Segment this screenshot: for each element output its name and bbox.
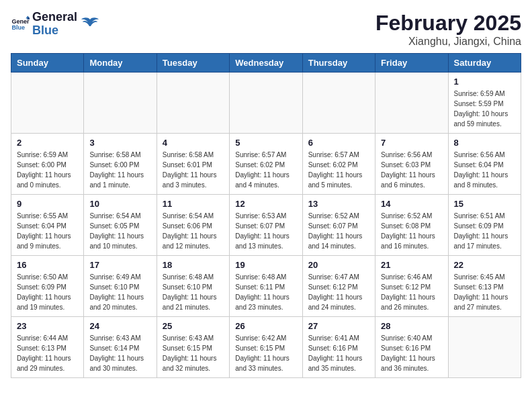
day-cell: 2Sunrise: 6:59 AM Sunset: 6:00 PM Daylig…: [11, 134, 84, 195]
day-cell: 12Sunrise: 6:53 AM Sunset: 6:07 PM Dayli…: [230, 195, 302, 256]
day-number: 25: [163, 321, 224, 331]
weekday-header-sunday: Sunday: [11, 54, 84, 73]
svg-text:Blue: Blue: [11, 24, 25, 31]
day-info: Sunrise: 6:51 AM Sunset: 6:09 PM Dayligh…: [454, 211, 515, 251]
day-cell: 15Sunrise: 6:51 AM Sunset: 6:09 PM Dayli…: [448, 195, 521, 256]
day-number: 28: [381, 321, 442, 331]
calendar-table: SundayMondayTuesdayWednesdayThursdayFrid…: [11, 53, 521, 378]
day-info: Sunrise: 6:44 AM Sunset: 6:13 PM Dayligh…: [17, 333, 78, 373]
day-cell: 10Sunrise: 6:54 AM Sunset: 6:05 PM Dayli…: [84, 195, 157, 256]
day-number: 7: [381, 138, 442, 148]
location-title: Xianghu, Jiangxi, China: [375, 36, 521, 48]
day-info: Sunrise: 6:58 AM Sunset: 6:01 PM Dayligh…: [163, 150, 224, 190]
day-cell: 27Sunrise: 6:41 AM Sunset: 6:16 PM Dayli…: [302, 317, 375, 378]
day-number: 18: [163, 260, 224, 270]
day-info: Sunrise: 6:43 AM Sunset: 6:15 PM Dayligh…: [163, 333, 224, 373]
day-info: Sunrise: 6:58 AM Sunset: 6:00 PM Dayligh…: [89, 150, 150, 190]
month-title: February 2025: [375, 11, 521, 36]
day-number: 12: [235, 199, 296, 209]
day-number: 3: [89, 138, 150, 148]
day-number: 24: [89, 321, 150, 331]
week-row-5: 23Sunrise: 6:44 AM Sunset: 6:13 PM Dayli…: [11, 317, 521, 378]
day-cell: 9Sunrise: 6:55 AM Sunset: 6:04 PM Daylig…: [11, 195, 84, 256]
day-number: 5: [235, 138, 296, 148]
day-cell: 19Sunrise: 6:48 AM Sunset: 6:11 PM Dayli…: [230, 256, 302, 317]
day-info: Sunrise: 6:54 AM Sunset: 6:06 PM Dayligh…: [163, 211, 224, 251]
day-cell: [375, 73, 448, 134]
week-row-2: 2Sunrise: 6:59 AM Sunset: 6:00 PM Daylig…: [11, 134, 521, 195]
day-number: 9: [17, 199, 78, 209]
weekday-header-thursday: Thursday: [302, 54, 375, 73]
day-cell: [302, 73, 375, 134]
day-info: Sunrise: 6:52 AM Sunset: 6:08 PM Dayligh…: [381, 211, 442, 251]
day-info: Sunrise: 6:48 AM Sunset: 6:11 PM Dayligh…: [235, 272, 296, 312]
day-info: Sunrise: 6:59 AM Sunset: 6:00 PM Dayligh…: [17, 150, 78, 190]
day-number: 23: [17, 321, 78, 331]
weekday-header-friday: Friday: [375, 54, 448, 73]
weekday-header-saturday: Saturday: [448, 54, 521, 73]
day-cell: [11, 73, 84, 134]
svg-text:General: General: [11, 17, 30, 24]
day-cell: 23Sunrise: 6:44 AM Sunset: 6:13 PM Dayli…: [11, 317, 84, 378]
day-number: 27: [308, 321, 369, 331]
day-cell: 4Sunrise: 6:58 AM Sunset: 6:01 PM Daylig…: [157, 134, 229, 195]
day-number: 13: [308, 199, 369, 209]
day-cell: 18Sunrise: 6:48 AM Sunset: 6:10 PM Dayli…: [157, 256, 229, 317]
day-number: 10: [89, 199, 150, 209]
title-area: February 2025 Xianghu, Jiangxi, China: [375, 11, 521, 48]
day-cell: 3Sunrise: 6:58 AM Sunset: 6:00 PM Daylig…: [84, 134, 157, 195]
day-number: 15: [454, 199, 515, 209]
day-number: 26: [235, 321, 296, 331]
day-info: Sunrise: 6:49 AM Sunset: 6:10 PM Dayligh…: [89, 272, 150, 312]
weekday-header-wednesday: Wednesday: [230, 54, 302, 73]
logo-bird-icon: [80, 14, 100, 34]
day-info: Sunrise: 6:43 AM Sunset: 6:14 PM Dayligh…: [89, 333, 150, 373]
day-number: 2: [17, 138, 78, 148]
day-info: Sunrise: 6:46 AM Sunset: 6:12 PM Dayligh…: [381, 272, 442, 312]
day-info: Sunrise: 6:40 AM Sunset: 6:16 PM Dayligh…: [381, 333, 442, 373]
day-number: 14: [381, 199, 442, 209]
week-row-4: 16Sunrise: 6:50 AM Sunset: 6:09 PM Dayli…: [11, 256, 521, 317]
day-cell: 5Sunrise: 6:57 AM Sunset: 6:02 PM Daylig…: [230, 134, 302, 195]
day-cell: 22Sunrise: 6:45 AM Sunset: 6:13 PM Dayli…: [448, 256, 521, 317]
day-cell: 20Sunrise: 6:47 AM Sunset: 6:12 PM Dayli…: [302, 256, 375, 317]
weekday-header-row: SundayMondayTuesdayWednesdayThursdayFrid…: [11, 54, 521, 73]
day-cell: 1Sunrise: 6:59 AM Sunset: 5:59 PM Daylig…: [448, 73, 521, 134]
header: General Blue General Blue February 2025 …: [11, 11, 521, 48]
day-cell: [448, 317, 521, 378]
day-cell: 26Sunrise: 6:42 AM Sunset: 6:15 PM Dayli…: [230, 317, 302, 378]
day-cell: 8Sunrise: 6:56 AM Sunset: 6:04 PM Daylig…: [448, 134, 521, 195]
day-cell: 25Sunrise: 6:43 AM Sunset: 6:15 PM Dayli…: [157, 317, 229, 378]
week-row-1: 1Sunrise: 6:59 AM Sunset: 5:59 PM Daylig…: [11, 73, 521, 134]
day-cell: 13Sunrise: 6:52 AM Sunset: 6:07 PM Dayli…: [302, 195, 375, 256]
day-cell: 21Sunrise: 6:46 AM Sunset: 6:12 PM Dayli…: [375, 256, 448, 317]
day-info: Sunrise: 6:54 AM Sunset: 6:05 PM Dayligh…: [89, 211, 150, 251]
week-row-3: 9Sunrise: 6:55 AM Sunset: 6:04 PM Daylig…: [11, 195, 521, 256]
day-info: Sunrise: 6:57 AM Sunset: 6:02 PM Dayligh…: [308, 150, 369, 190]
day-number: 4: [163, 138, 224, 148]
day-info: Sunrise: 6:52 AM Sunset: 6:07 PM Dayligh…: [308, 211, 369, 251]
day-info: Sunrise: 6:57 AM Sunset: 6:02 PM Dayligh…: [235, 150, 296, 190]
day-number: 17: [89, 260, 150, 270]
day-number: 6: [308, 138, 369, 148]
day-info: Sunrise: 6:59 AM Sunset: 5:59 PM Dayligh…: [454, 89, 515, 129]
day-info: Sunrise: 6:47 AM Sunset: 6:12 PM Dayligh…: [308, 272, 369, 312]
day-number: 22: [454, 260, 515, 270]
day-info: Sunrise: 6:50 AM Sunset: 6:09 PM Dayligh…: [17, 272, 78, 312]
day-number: 20: [308, 260, 369, 270]
day-info: Sunrise: 6:55 AM Sunset: 6:04 PM Dayligh…: [17, 211, 78, 251]
day-number: 19: [235, 260, 296, 270]
day-cell: [84, 73, 157, 134]
day-info: Sunrise: 6:41 AM Sunset: 6:16 PM Dayligh…: [308, 333, 369, 373]
day-number: 16: [17, 260, 78, 270]
logo-line2: Blue: [32, 24, 77, 38]
logo: General Blue General Blue: [11, 11, 100, 38]
day-info: Sunrise: 6:56 AM Sunset: 6:03 PM Dayligh…: [381, 150, 442, 190]
day-number: 21: [381, 260, 442, 270]
day-cell: [157, 73, 229, 134]
day-info: Sunrise: 6:42 AM Sunset: 6:15 PM Dayligh…: [235, 333, 296, 373]
day-number: 8: [454, 138, 515, 148]
weekday-header-tuesday: Tuesday: [157, 54, 229, 73]
day-info: Sunrise: 6:53 AM Sunset: 6:07 PM Dayligh…: [235, 211, 296, 251]
day-cell: [230, 73, 302, 134]
